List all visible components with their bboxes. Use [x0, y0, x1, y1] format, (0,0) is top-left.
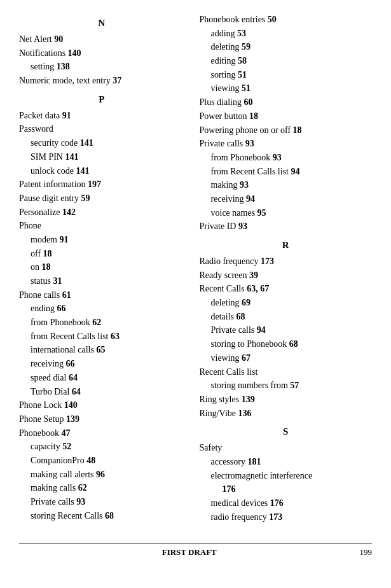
- footer-center: FIRST DRAFT: [162, 547, 217, 557]
- index-entry: from Phonebook 62: [31, 316, 184, 330]
- index-entry: Private calls 93: [200, 137, 373, 151]
- index-entry: making 93: [211, 178, 373, 192]
- index-entry: Powering phone on or off 18: [200, 123, 373, 137]
- index-entry: Net Alert 90: [19, 32, 184, 46]
- index-entry: deleting 59: [211, 40, 373, 54]
- index-entry: Private calls 94: [211, 323, 373, 337]
- index-entry: details 68: [211, 310, 373, 324]
- section-header: R: [200, 240, 373, 251]
- index-entry: setting 138: [31, 60, 184, 74]
- index-entry: Phone: [19, 219, 184, 233]
- index-entry: Ring styles 139: [200, 393, 373, 407]
- index-entry: SIM PIN 141: [31, 150, 184, 164]
- index-entry: Personalize 142: [19, 206, 184, 220]
- index-entry: medical devices 176: [211, 496, 373, 510]
- index-entry: deleting 69: [211, 296, 373, 310]
- index-entry: viewing 67: [211, 351, 373, 365]
- index-entry: Phonebook entries 50: [200, 13, 373, 27]
- index-entry: Recent Calls 63, 67: [200, 282, 373, 296]
- index-entry: Phone Lock 140: [19, 398, 184, 412]
- index-entry: ending 66: [31, 302, 184, 316]
- right-column: Phonebook entries 50 adding 53 deleting …: [196, 13, 373, 524]
- left-column: N Net Alert 90 Notifications 140 setting…: [19, 13, 196, 524]
- index-entry: editing 58: [211, 54, 373, 68]
- index-entry: speed dial 64: [31, 371, 184, 385]
- index-entry: from Phonebook 93: [211, 151, 373, 165]
- footer: FIRST DRAFT 199: [19, 543, 372, 557]
- index-entry: CompanionPro 48: [31, 454, 184, 468]
- index-entry: from Recent Calls list 63: [31, 330, 184, 344]
- index-entry: unlock code 141: [31, 164, 184, 178]
- index-entry: Radio frequency 173: [200, 255, 373, 269]
- index-entry: Ring/Vibe 136: [200, 407, 373, 421]
- index-entry: Notifications 140: [19, 46, 184, 60]
- index-entry: receiving 66: [31, 357, 184, 371]
- index-entry: electromagnetic interference: [211, 469, 373, 483]
- index-entry: from Recent Calls list 94: [211, 165, 373, 179]
- index-entry: voice names 95: [211, 206, 373, 220]
- index-entry: on 18: [31, 260, 184, 274]
- index-entry: Recent Calls list: [200, 365, 373, 379]
- index-entry: Patent information 197: [19, 178, 184, 192]
- index-entry: status 31: [31, 274, 184, 288]
- index-entry: storing Recent Calls 68: [31, 509, 184, 523]
- index-entry: Power button 18: [200, 109, 373, 123]
- index-entry: Numeric mode, text entry 37: [19, 74, 184, 88]
- index-entry: international calls 65: [31, 343, 184, 357]
- page-layout: N Net Alert 90 Notifications 140 setting…: [19, 13, 372, 524]
- index-entry: Private calls 93: [31, 495, 184, 509]
- index-entry: adding 53: [211, 27, 373, 41]
- index-entry: Phonebook 47: [19, 426, 184, 440]
- index-entry: Phone calls 61: [19, 288, 184, 302]
- index-entry: capacity 52: [31, 440, 184, 454]
- index-entry: Password: [19, 122, 184, 136]
- index-entry: off 18: [31, 247, 184, 261]
- index-entry: Plus dialing 60: [200, 95, 373, 109]
- section-header: S: [200, 426, 373, 437]
- index-entry: security code 141: [31, 136, 184, 150]
- index-entry: making call alerts 96: [31, 468, 184, 482]
- index-entry: receiving 94: [211, 192, 373, 206]
- section-header: P: [19, 94, 184, 105]
- index-entry: modem 91: [31, 233, 184, 247]
- index-entry: Pause digit entry 59: [19, 192, 184, 206]
- index-entry: storing to Phonebook 68: [211, 337, 373, 351]
- section-header: N: [19, 18, 184, 29]
- index-entry: storing numbers from 57: [211, 379, 373, 393]
- index-entry: accessory 181: [211, 455, 373, 469]
- index-entry: Packet data 91: [19, 109, 184, 123]
- index-entry: radio frequency 173: [211, 510, 373, 524]
- index-entry: Ready screen 39: [200, 269, 373, 283]
- index-entry: Phone Setup 139: [19, 412, 184, 426]
- index-entry: making calls 62: [31, 481, 184, 495]
- index-entry: Private ID 93: [200, 220, 373, 234]
- index-entry: Turbo Dial 64: [31, 385, 184, 399]
- index-entry: sorting 51: [211, 68, 373, 82]
- index-entry: viewing 51: [211, 81, 373, 95]
- footer-page-number: 199: [360, 547, 373, 557]
- index-entry: 176: [223, 482, 373, 496]
- index-entry: Safety: [200, 441, 373, 455]
